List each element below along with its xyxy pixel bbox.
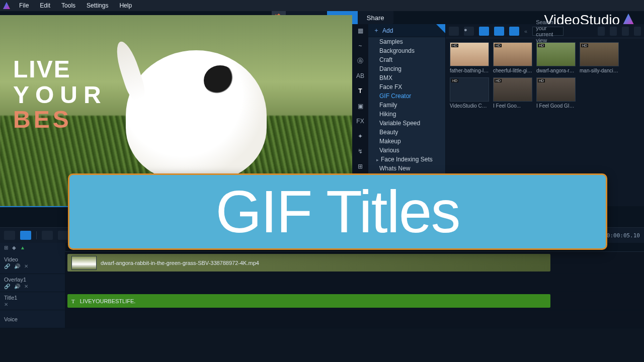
options-icon[interactable] (634, 27, 641, 36)
redo-icon[interactable] (58, 231, 69, 240)
app-logo-icon (3, 2, 10, 9)
folder-samples[interactable]: Samples (368, 37, 445, 46)
add-folder-button[interactable]: ＋ Add (368, 24, 445, 37)
plus-icon: ＋ (373, 26, 379, 35)
media-icon[interactable]: ▦ (355, 26, 365, 35)
search-input[interactable]: Search your current view (532, 27, 564, 36)
list-view-icon[interactable] (610, 27, 617, 36)
text-icon: T (71, 298, 75, 304)
thumbnail-grid: HDfather-bathing-lit...HDcheerful-little… (446, 38, 644, 113)
record-icon[interactable]: ● (464, 27, 474, 36)
video-track-header[interactable]: Video 🔗🔊✕ (0, 252, 65, 274)
sound-on-icon[interactable]: 🔊 (14, 263, 20, 269)
menu-tools[interactable]: Tools (56, 1, 80, 10)
folder-family[interactable]: Family (368, 101, 445, 110)
menu-edit[interactable]: Edit (35, 1, 55, 10)
title-track-header[interactable]: Title1 ✕ (0, 292, 65, 310)
import-icon[interactable] (449, 27, 459, 36)
filter-audio-icon[interactable] (509, 27, 519, 36)
overlay-track: Overlay1 🔗🔊✕ (0, 274, 644, 292)
sound-on-icon[interactable]: 🔊 (14, 284, 20, 289)
fx-slot-icon[interactable]: ✕ (24, 263, 28, 269)
menu-file[interactable]: File (14, 1, 34, 10)
track-toggle-icon[interactable]: ◆ (12, 245, 16, 250)
folder-makeup[interactable]: Makeup (368, 137, 445, 146)
undo-icon[interactable] (42, 231, 53, 240)
tab-share[interactable]: Share (358, 11, 393, 24)
sort-icon[interactable] (598, 27, 605, 36)
media-thumb[interactable]: HDdwarf-angora-ra... (536, 42, 576, 73)
overlay-icon[interactable]: ▣ (355, 102, 365, 111)
video-clip[interactable]: dwarf-angora-rabbit-in-the-green-grass-S… (67, 254, 550, 272)
track-add-icon[interactable]: ⊞ (4, 245, 8, 250)
tutorial-banner: GIF Titles (68, 173, 607, 250)
text-icon[interactable]: T (355, 86, 365, 96)
menu-bar: File Edit Tools Settings Help (0, 0, 644, 11)
clip-thumbnail (71, 256, 97, 270)
path-icon[interactable]: ↯ (355, 147, 365, 156)
folder-craft[interactable]: Craft (368, 55, 445, 64)
voice-track: Voice (0, 310, 644, 328)
preview-title-overlay: LIVE YOUR BES (13, 55, 107, 133)
title-clip[interactable]: T LIVEYOURBESTLIFE. (67, 294, 550, 308)
track-up-icon[interactable]: ▲ (20, 245, 25, 250)
effects-icon[interactable]: ✦ (355, 132, 365, 141)
folder-various[interactable]: Various (368, 146, 445, 155)
filter-photo-icon[interactable] (494, 27, 504, 36)
timeline-view-icon[interactable] (20, 231, 31, 240)
media-toolbar: ● « Search your current view (446, 24, 644, 38)
media-thumb[interactable]: HDI Feel Good GIF_1... (536, 77, 576, 109)
media-thumb[interactable]: HDfather-bathing-lit... (450, 42, 489, 73)
folder-beauty[interactable]: Beauty (368, 128, 445, 137)
preview-subject (126, 50, 267, 181)
pin-icon[interactable] (436, 24, 445, 33)
media-thumb[interactable]: HDVideoStudio Capt... (450, 77, 489, 109)
fx-slot-icon[interactable]: ✕ (24, 284, 28, 289)
media-thumb[interactable]: HDI Feel Goo... (493, 77, 532, 109)
folder-variable-speed[interactable]: Variable Speed (368, 119, 445, 128)
folder-bmx[interactable]: BMX (368, 73, 445, 82)
link-icon[interactable]: 🔗 (4, 284, 10, 289)
title-icon[interactable]: AB (355, 71, 365, 80)
link-icon[interactable]: 🔗 (4, 263, 10, 269)
transition-icon[interactable]: ⓐ (355, 56, 365, 65)
folder-face-fx[interactable]: Face FX (368, 82, 445, 92)
folder-face-indexing-sets[interactable]: Face Indexing Sets (368, 155, 445, 164)
title-track: Title1 ✕ T LIVEYOURBESTLIFE. (0, 292, 644, 310)
filter-video-icon[interactable] (479, 27, 489, 36)
folder-hiking[interactable]: Hiking (368, 110, 445, 119)
sound-icon[interactable]: ~ (355, 41, 365, 50)
media-thumb[interactable]: HDcheerful-little-girl... (493, 42, 532, 73)
menu-settings[interactable]: Settings (82, 1, 113, 10)
folder-gif-creator[interactable]: GIF Creator (368, 92, 445, 101)
fx-slot-icon[interactable]: ✕ (4, 302, 8, 307)
ar-icon[interactable]: ⊞ (355, 162, 365, 171)
overlay-track-header[interactable]: Overlay1 🔗🔊✕ (0, 274, 65, 292)
folder-backgrounds[interactable]: Backgrounds (368, 46, 445, 55)
filter-icon[interactable]: FX (355, 117, 365, 126)
storyboard-view-icon[interactable] (4, 231, 15, 240)
folder-dancing[interactable]: Dancing (368, 64, 445, 73)
menu-help[interactable]: Help (114, 1, 137, 10)
folder-whats-new[interactable]: Whats New (368, 164, 445, 173)
voice-track-header[interactable]: Voice (0, 310, 65, 328)
video-track: Video 🔗🔊✕ dwarf-angora-rabbit-in-the-gre… (0, 252, 644, 274)
thumbnail-view-icon[interactable] (622, 27, 629, 36)
timecode-display[interactable]: 00:00:05.10 (603, 232, 640, 239)
media-thumb[interactable]: HDman-silly-dancin... (580, 42, 619, 73)
